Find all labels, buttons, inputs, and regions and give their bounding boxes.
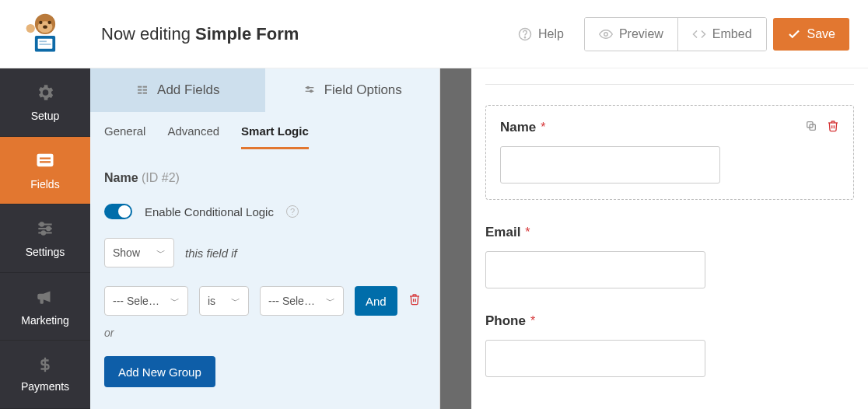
tab-add-fields[interactable]: Add Fields	[90, 68, 265, 112]
help-button[interactable]: Help	[504, 18, 578, 51]
svg-rect-13	[37, 154, 54, 166]
embed-button[interactable]: Embed	[677, 18, 766, 51]
sidebar-item-label: Settings	[26, 246, 65, 258]
required-marker: *	[530, 314, 535, 328]
svg-rect-27	[138, 93, 142, 94]
help-tooltip-icon[interactable]: ?	[286, 205, 299, 218]
svg-point-2	[39, 20, 42, 23]
preview-label: Preview	[619, 27, 663, 41]
text-input[interactable]	[485, 340, 705, 377]
check-icon	[787, 27, 801, 41]
and-button[interactable]: And	[355, 286, 397, 316]
action-select[interactable]: Show ﹀	[104, 238, 174, 267]
sidebar-item-label: Payments	[21, 380, 69, 393]
grid-icon	[135, 83, 149, 97]
save-label: Save	[807, 27, 835, 41]
divider	[440, 68, 471, 409]
gear-icon	[35, 82, 55, 105]
rule-field-select[interactable]: --- Select Field --- ﹀	[104, 286, 188, 316]
svg-point-32	[310, 90, 312, 93]
tab-field-options[interactable]: Field Options	[265, 68, 440, 112]
svg-point-20	[47, 227, 50, 230]
sidebar-item-settings[interactable]: Settings	[0, 204, 90, 273]
sidebar-item-setup[interactable]: Setup	[0, 68, 90, 137]
svg-point-19	[40, 222, 44, 225]
subtab-advanced[interactable]: Advanced	[167, 124, 219, 149]
sidebar-item-label: Marketing	[21, 314, 68, 327]
rule-operator-select[interactable]: is ﹀	[199, 286, 249, 316]
preview-area: Name * Email * Phone *	[471, 68, 868, 409]
svg-point-21	[42, 231, 45, 234]
svg-point-3	[47, 20, 51, 23]
rule-value-select[interactable]: --- Select Choice --- ﹀	[260, 286, 344, 316]
chevron-down-icon: ﹀	[170, 295, 180, 308]
svg-rect-24	[143, 86, 147, 88]
svg-rect-23	[138, 86, 142, 88]
megaphone-icon	[35, 287, 55, 309]
help-icon	[518, 27, 532, 41]
sidebar: Setup Fields Settings Marketing Payments	[0, 68, 90, 409]
svg-point-31	[306, 86, 309, 89]
sidebar-item-label: Fields	[30, 178, 59, 191]
svg-point-12	[604, 32, 608, 36]
conditional-logic-toggle[interactable]	[104, 204, 132, 219]
svg-rect-8	[40, 44, 51, 45]
field-block-phone[interactable]: Phone *	[485, 313, 854, 377]
field-label: Phone	[485, 313, 526, 329]
text-input[interactable]	[500, 146, 720, 184]
svg-point-4	[43, 25, 47, 28]
tab-label: Add Fields	[157, 82, 219, 98]
svg-point-9	[26, 23, 35, 32]
required-marker: *	[541, 121, 545, 135]
required-marker: *	[525, 225, 530, 239]
subtab-general[interactable]: General	[104, 124, 145, 149]
page-title: Now editing Simple Form	[101, 24, 299, 44]
field-label: Email	[485, 225, 520, 240]
field-name-heading: Name (ID #2)	[104, 171, 425, 185]
options-panel: Add Fields Field Options General Advance…	[90, 68, 440, 409]
help-label: Help	[538, 27, 564, 41]
svg-rect-7	[40, 40, 47, 42]
field-block-email[interactable]: Email *	[485, 225, 854, 288]
field-label: Name	[500, 120, 536, 135]
add-new-group-button[interactable]: Add New Group	[104, 356, 215, 387]
duplicate-icon[interactable]	[805, 120, 817, 135]
svg-point-11	[524, 37, 525, 37]
svg-rect-28	[143, 93, 147, 94]
sliders-small-icon	[303, 83, 317, 97]
embed-label: Embed	[712, 27, 752, 41]
svg-rect-26	[143, 89, 147, 91]
subtab-smart-logic[interactable]: Smart Logic	[241, 124, 309, 149]
field-block-name[interactable]: Name *	[485, 105, 854, 200]
condition-text: this field if	[185, 246, 237, 260]
chevron-down-icon: ﹀	[156, 246, 166, 260]
delete-rule-icon[interactable]	[408, 293, 421, 309]
chevron-down-icon: ﹀	[231, 295, 240, 308]
toggle-label: Enable Conditional Logic	[145, 205, 274, 218]
sidebar-item-payments[interactable]: Payments	[0, 341, 90, 409]
text-input[interactable]	[485, 251, 705, 288]
logo	[0, 0, 90, 68]
eye-icon	[599, 27, 613, 41]
or-text: or	[104, 327, 425, 339]
chevron-down-icon: ﹀	[326, 295, 335, 308]
dollar-icon	[37, 356, 54, 376]
sidebar-item-label: Setup	[31, 110, 60, 122]
sidebar-item-fields[interactable]: Fields	[0, 137, 90, 205]
svg-rect-25	[138, 89, 142, 91]
sidebar-item-marketing[interactable]: Marketing	[0, 273, 90, 341]
save-button[interactable]: Save	[773, 18, 849, 51]
tab-label: Field Options	[324, 82, 402, 98]
code-icon	[692, 27, 706, 41]
preview-button[interactable]: Preview	[585, 18, 677, 51]
preview-top-rule	[485, 84, 854, 85]
delete-field-icon[interactable]	[827, 120, 839, 135]
form-icon	[34, 149, 56, 173]
sliders-icon	[35, 218, 55, 241]
